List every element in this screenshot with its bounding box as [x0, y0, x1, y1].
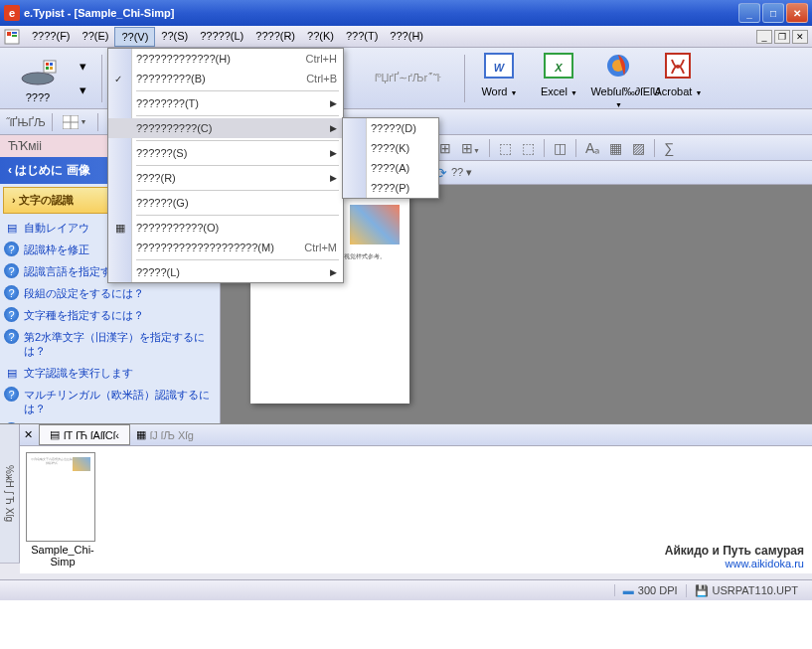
- menu-item[interactable]: ▦???????????(O): [108, 218, 343, 238]
- menu-e[interactable]: ??(E): [77, 27, 115, 47]
- menu-item[interactable]: ??????????(C)▶: [108, 118, 343, 138]
- sidebar-link[interactable]: ?第2水準文字（旧漢字）を指定するには？: [0, 326, 220, 362]
- statusbar: ▬ 300 DPI 💾 USRPAT110.UPT: [0, 579, 812, 600]
- tool-btn-8[interactable]: ▨: [627, 138, 650, 158]
- view-menu-dropdown: ?????????????(H)Ctrl+H✓?????????(B)Ctrl+…: [107, 48, 344, 283]
- menu-item[interactable]: ?????(L)▶: [108, 262, 343, 282]
- bottom-vertical-tab[interactable]: %жН ʃ Ћ Хſg: [0, 424, 20, 563]
- menu-r[interactable]: ????(R): [249, 27, 301, 47]
- svg-rect-7: [50, 63, 53, 66]
- sidebar-link[interactable]: ?文字種を指定するには？: [0, 304, 220, 326]
- maximize-button[interactable]: □: [762, 3, 784, 23]
- excel-button[interactable]: XExcel ▼: [529, 48, 588, 109]
- tab-page-icon: ▦: [136, 428, 146, 441]
- menubar: ????(F)??(E)??(V)??(S)?????(L)????(R)??(…: [0, 26, 812, 48]
- menu-f[interactable]: ????(F): [26, 27, 77, 47]
- acrobat-button[interactable]: Acrobat ▼: [648, 48, 708, 109]
- svg-rect-2: [12, 32, 17, 34]
- submenu-item[interactable]: ????(K): [343, 138, 438, 158]
- watermark: Айкидо и Путь самурая www.aikidoka.ru: [665, 544, 804, 569]
- menu-item[interactable]: ????????(T)▶: [108, 93, 343, 113]
- svg-rect-6: [46, 63, 49, 66]
- status-file: 💾 USRPAT110.UPT: [686, 584, 806, 597]
- tool-btn-4[interactable]: ⬚: [517, 138, 540, 158]
- bottom-body: 示例缩略文字内容预览占位区块排版样式 Sample_Chi-Simp Айкид…: [20, 446, 812, 573]
- doc-icon: ▤: [4, 365, 19, 380]
- bottom-tab-1[interactable]: ▤ ſТ ſЋ ſАſſСſ‹: [39, 424, 130, 445]
- menu-item[interactable]: ?????????????(H)Ctrl+H: [108, 49, 343, 69]
- menu-t[interactable]: ???(T): [340, 27, 384, 47]
- doc-tb2-text[interactable]: ?? ▾: [451, 166, 472, 179]
- toolbar-dropdown-1[interactable]: ▾: [72, 56, 93, 78]
- view-submenu: ?????(D)????(K)????(A)????(P): [342, 117, 439, 199]
- tool-btn-6[interactable]: Aₐ: [580, 138, 604, 158]
- tool-btn-2[interactable]: ⊞▼: [456, 138, 485, 158]
- submenu-arrow-icon: ▶: [330, 123, 337, 133]
- menu-item[interactable]: ????(R)▶: [108, 168, 343, 188]
- check-icon: ✓: [114, 74, 122, 84]
- svg-rect-9: [50, 67, 53, 70]
- mdi-restore-button[interactable]: ❐: [774, 30, 790, 44]
- mdi-minimize-button[interactable]: _: [756, 30, 772, 44]
- sidebar-link[interactable]: ▤文字認識を実行します: [0, 362, 220, 384]
- submenu-item[interactable]: ????(A): [343, 158, 438, 178]
- tool-btn-7[interactable]: ▦: [604, 138, 627, 158]
- menubar-doc-icon[interactable]: [4, 29, 20, 45]
- help-icon: ?: [4, 422, 19, 423]
- menu-item[interactable]: ??????(G): [108, 193, 343, 213]
- webrowser-button[interactable]: Webſuſ‰∂ſEſU ▼: [588, 48, 648, 109]
- toolbar-dropdown-2[interactable]: ▾: [72, 80, 93, 101]
- word-icon: W: [479, 48, 519, 83]
- grid-dropdown-button[interactable]: ▼: [59, 113, 91, 131]
- window-titlebar: e e.Typist - [Sample_Chi-Simp] _ □ ✕: [0, 0, 812, 26]
- menu-k[interactable]: ??(K): [301, 27, 340, 47]
- doc-icon: ▤: [4, 220, 19, 235]
- help-icon: ?: [4, 242, 19, 256]
- status-dpi: ▬ 300 DPI: [614, 584, 686, 596]
- svg-rect-1: [7, 32, 11, 36]
- bottom-panel: %жН ʃ Ћ Хſg ✕ ▤ ſТ ſЋ ſАſſСſ‹ ▦ ſЈ ſЉ Хſ…: [0, 423, 812, 563]
- submenu-item[interactable]: ?????(D): [343, 118, 438, 138]
- scan-label: ????: [10, 91, 66, 103]
- tool-btn-3[interactable]: ⬚: [494, 138, 517, 158]
- submenu-arrow-icon: ▶: [330, 98, 337, 108]
- watermark-text-1: Айкидо и Путь самурая: [665, 544, 804, 558]
- window-title: e.Typist - [Sample_Chi-Simp]: [24, 7, 174, 19]
- menu-item[interactable]: ????????????????????(M)Ctrl+M: [108, 238, 343, 257]
- help-icon: ?: [4, 307, 19, 322]
- menu-item[interactable]: ??????(S)▶: [108, 143, 343, 163]
- menu-h[interactable]: ???(H): [384, 27, 429, 47]
- thumbnail-label: Sample_Chi-Simp: [26, 544, 99, 568]
- close-panel-icon[interactable]: ✕: [24, 428, 33, 441]
- thumbnail-image: 示例缩略文字内容预览占位区块排版样式: [26, 452, 95, 542]
- svg-rect-3: [12, 35, 17, 37]
- menu-l[interactable]: ?????(L): [194, 27, 249, 47]
- menu-item[interactable]: ✓?????????(B)Ctrl+B: [108, 69, 343, 88]
- watermark-text-2: www.aikidoka.ru: [665, 558, 804, 569]
- grid-icon: ▦: [112, 220, 128, 236]
- display-icon: ▬: [623, 584, 634, 596]
- grid-icon: [63, 115, 79, 129]
- minimize-button[interactable]: _: [738, 3, 760, 23]
- close-button[interactable]: ✕: [786, 3, 808, 23]
- page-thumbnail[interactable]: 示例缩略文字内容预览占位区块排版样式 Sample_Chi-Simp: [26, 452, 99, 568]
- sidebar-link[interactable]: ?表を認識するには？: [0, 419, 220, 423]
- sidebar-link[interactable]: ?段組の設定をするには？: [0, 282, 220, 304]
- submenu-item[interactable]: ????(P): [343, 178, 438, 198]
- scanner-icon: [18, 54, 58, 89]
- menu-s[interactable]: ??(S): [155, 27, 194, 47]
- app-icon: e: [4, 5, 20, 21]
- help-icon: ?: [4, 387, 19, 402]
- word-button[interactable]: WWord ▼: [469, 48, 529, 109]
- disk-icon: 💾: [695, 584, 709, 597]
- scan-button[interactable]: ????: [8, 52, 68, 105]
- tab-doc-icon: ▤: [50, 428, 60, 441]
- excel-icon: X: [539, 48, 578, 83]
- tool-btn-9[interactable]: ∑: [659, 138, 679, 158]
- mdi-close-button[interactable]: ✕: [792, 30, 808, 44]
- submenu-arrow-icon: ▶: [330, 173, 337, 183]
- tool-btn-5[interactable]: ◫: [549, 138, 571, 158]
- menu-v[interactable]: ??(V): [114, 27, 155, 47]
- bottom-tab-2-label[interactable]: ſЈ ſЉ Хſg: [150, 429, 194, 441]
- sidebar-link[interactable]: ?マルチリンガル（欧米語）認識するには？: [0, 384, 220, 419]
